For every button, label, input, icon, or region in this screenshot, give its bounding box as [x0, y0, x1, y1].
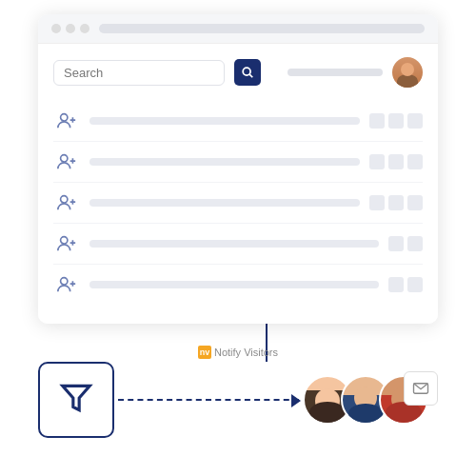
square [407, 195, 423, 210]
search-box[interactable] [53, 60, 225, 86]
row-line [89, 199, 360, 207]
add-user-icon-3 [53, 189, 80, 216]
svg-point-0 [243, 68, 250, 75]
row-line [89, 158, 360, 166]
browser-content [38, 44, 438, 324]
svg-point-8 [61, 196, 68, 203]
add-user-icon-4 [53, 230, 80, 257]
row-squares [369, 154, 423, 169]
list-item [53, 142, 423, 183]
list-item [53, 224, 423, 265]
notify-text: Notify [214, 347, 241, 358]
nav-line [288, 69, 383, 76]
avatar [392, 57, 423, 88]
square [407, 154, 423, 169]
list-item [53, 265, 423, 305]
svg-point-5 [61, 155, 68, 162]
svg-point-14 [61, 278, 68, 285]
svg-point-11 [61, 237, 68, 244]
search-icon [241, 66, 254, 79]
bottom-section [38, 362, 438, 438]
row-squares [388, 277, 423, 292]
square [388, 113, 404, 129]
filter-icon [58, 380, 94, 420]
svg-point-2 [61, 114, 68, 121]
add-user-icon-1 [53, 108, 80, 134]
row-squares [369, 195, 423, 210]
square [388, 195, 404, 210]
browser-window [38, 14, 438, 324]
list-item [53, 101, 423, 142]
browser-dots [51, 24, 89, 33]
search-button[interactable] [234, 59, 261, 86]
svg-line-1 [249, 74, 252, 77]
square [388, 236, 404, 251]
nv-logo-icon: nv [198, 346, 211, 359]
square [407, 277, 423, 292]
search-input[interactable] [64, 66, 178, 80]
browser-bar [38, 14, 438, 44]
dot-red [51, 24, 61, 33]
filter-button[interactable] [38, 362, 114, 438]
scene: nv NotifyVisitors [19, 14, 457, 462]
row-squares [388, 236, 423, 251]
svg-marker-17 [63, 386, 90, 409]
square [369, 113, 385, 129]
square [407, 113, 423, 129]
email-icon [412, 380, 429, 397]
dot-green [80, 24, 89, 33]
arrow-head [291, 394, 301, 407]
square [388, 277, 404, 292]
visitors-text: Visitors [244, 347, 278, 358]
watermark: nv NotifyVisitors [198, 346, 278, 359]
add-user-icon-5 [53, 271, 80, 298]
row-line [89, 240, 379, 248]
dashed-arrow-line [118, 399, 299, 401]
dot-yellow [66, 24, 75, 33]
row-line [89, 117, 360, 125]
email-button[interactable] [404, 371, 438, 406]
square [407, 236, 423, 251]
row-line [89, 281, 379, 288]
list-item [53, 183, 423, 224]
add-user-icon-2 [53, 149, 80, 175]
url-bar [99, 24, 425, 33]
row-squares [369, 113, 423, 129]
square [369, 154, 385, 169]
square [369, 195, 385, 210]
search-row [53, 57, 423, 88]
square [388, 154, 404, 169]
